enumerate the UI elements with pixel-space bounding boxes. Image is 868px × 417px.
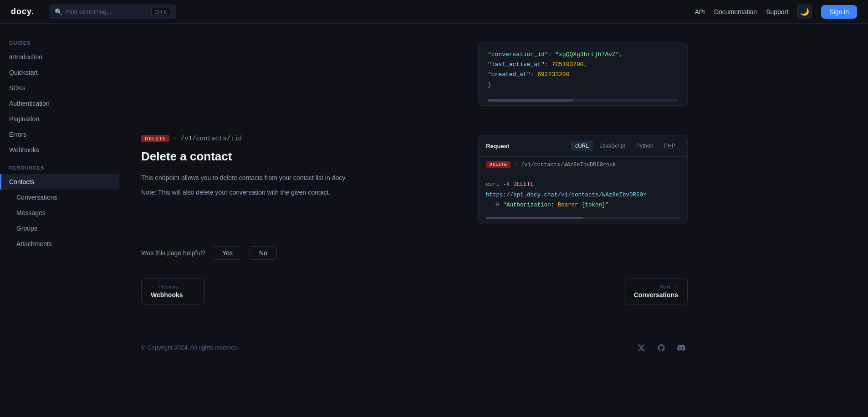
top-code-scrollbar[interactable] [488, 99, 678, 102]
helpful-no-button[interactable]: No [250, 246, 277, 260]
top-code-scrollable: "conversation_id": "xgQQXg3hrtjh7AvZ", "… [479, 42, 687, 97]
tab-python[interactable]: Python [632, 141, 658, 151]
code-line-3: "created_at": 692233200 [488, 70, 678, 80]
request-url-badge: DELETE [486, 161, 511, 168]
previous-button[interactable]: ← ← Previous Previous Webhooks [141, 278, 205, 304]
page-description-2: Note: This will also delete your convers… [141, 187, 460, 198]
theme-toggle-button[interactable]: 🌙 [797, 5, 812, 19]
topnav-right: API Documentation Support 🌙 Sign in [694, 5, 857, 19]
request-panel-header: Request cURL JavaScript Python PHP [479, 135, 687, 157]
delete-badge: DELETE [141, 135, 169, 142]
helpful-section: Was this page helpful? Yes No [141, 246, 846, 260]
discord-icon[interactable] [675, 341, 688, 354]
top-code-scrollthumb [488, 99, 573, 102]
sidebar-item-attachments[interactable]: Attachments [0, 236, 119, 252]
resources-section-label: Resources [0, 158, 119, 174]
sidebar: Guides Introduction Quickstart SDKs Auth… [0, 24, 119, 417]
code-line-1: "conversation_id": "xgQQXg3hrtjh7AvZ", [488, 50, 678, 60]
footer-copyright: © Copyright 2024. All rights reserved. [141, 344, 240, 351]
page-left: DELETE · /v1/contacts/:id Delete a conta… [141, 135, 460, 224]
sidebar-item-groups[interactable]: Groups [0, 221, 119, 236]
logo[interactable]: docy. [11, 7, 34, 16]
arrow-right-icon: → [673, 284, 678, 289]
previous-label: ← ← Previous Previous [151, 284, 178, 289]
nav-documentation[interactable]: Documentation [714, 8, 757, 15]
endpoint-row: DELETE · /v1/contacts/:id [141, 135, 460, 142]
page-title: Delete a contact [141, 149, 460, 164]
top-spacer [141, 42, 460, 120]
main-content: "conversation_id": "xgQQXg3hrtjh7AvZ", "… [119, 24, 868, 381]
next-page-title: Conversations [634, 291, 678, 299]
twitter-icon[interactable] [635, 341, 648, 354]
request-code-scrollbar[interactable] [486, 217, 680, 219]
nav-support[interactable]: Support [766, 8, 788, 15]
footer-icons [635, 341, 688, 354]
nav-buttons: ← ← Previous Previous Webhooks Next → Co… [141, 278, 688, 304]
footer: © Copyright 2024. All rights reserved. [141, 330, 688, 354]
request-url-path: · /v1/contacts/WAz8eIbvDR60rouk [514, 162, 616, 168]
top-navigation: docy. 🔍 Find something... Ctrl K API Doc… [0, 0, 868, 24]
page-description-1: This endpoint allows you to delete conta… [141, 173, 460, 184]
top-code-grid: "conversation_id": "xgQQXg3hrtjh7AvZ", "… [141, 42, 688, 120]
lang-tabs: cURL JavaScript Python PHP [571, 141, 680, 151]
code-curl-line-2: -H "Authorization: Bearer {token}" [486, 200, 680, 211]
layout: Guides Introduction Quickstart SDKs Auth… [0, 24, 868, 381]
request-url-row: DELETE · /v1/contacts/WAz8eIbvDR60rouk [479, 157, 687, 173]
sidebar-item-contacts[interactable]: Contacts [0, 174, 119, 190]
github-icon[interactable] [655, 341, 668, 354]
tab-php[interactable]: PHP [659, 141, 680, 151]
helpful-yes-button[interactable]: Yes [213, 246, 242, 260]
sidebar-item-messages[interactable]: Messages [0, 205, 119, 221]
top-code-panel: "conversation_id": "xgQQXg3hrtjh7AvZ", "… [478, 42, 688, 106]
previous-page-title: Webhooks [151, 291, 183, 299]
next-label: Next → [660, 284, 678, 289]
search-icon: 🔍 [55, 8, 62, 15]
request-code-body: curl -X DELETE https://api.docy.chat/v1/… [479, 173, 687, 217]
request-label: Request [486, 143, 509, 149]
sidebar-item-pagination[interactable]: Pagination [0, 111, 119, 127]
guides-section-label: Guides [0, 33, 119, 49]
sidebar-item-webhooks[interactable]: Webhooks [0, 142, 119, 158]
next-button[interactable]: Next → Conversations [624, 278, 688, 304]
content-grid: DELETE · /v1/contacts/:id Delete a conta… [141, 135, 688, 224]
sign-in-button[interactable]: Sign in [821, 5, 857, 19]
sidebar-item-introduction[interactable]: Introduction [0, 49, 119, 65]
endpoint-path: · /v1/contacts/:id [173, 135, 242, 142]
request-code-scrollthumb [486, 217, 583, 219]
code-curl-line-1: curl -X DELETE https://api.docy.chat/v1/… [486, 180, 680, 200]
nav-api[interactable]: API [694, 8, 705, 15]
tab-javascript[interactable]: JavaScript [595, 141, 630, 151]
search-placeholder: Find something... [66, 8, 112, 15]
helpful-label: Was this page helpful? [141, 249, 205, 257]
search-shortcut: Ctrl K [151, 8, 170, 16]
code-line-4: } [488, 80, 678, 90]
sidebar-item-errors[interactable]: Errors [0, 127, 119, 142]
request-panel: Request cURL JavaScript Python PHP DELET… [478, 135, 688, 224]
sidebar-item-conversations[interactable]: Conversations [0, 190, 119, 205]
code-line-2: "last_active_at": 705103200, [488, 60, 678, 70]
sidebar-item-sdks[interactable]: SDKs [0, 80, 119, 96]
sidebar-item-quickstart[interactable]: Quickstart [0, 65, 119, 80]
search-bar[interactable]: 🔍 Find something... Ctrl K [49, 5, 176, 19]
topnav-left: docy. 🔍 Find something... Ctrl K [11, 5, 176, 19]
sidebar-item-authentication[interactable]: Authentication [0, 96, 119, 111]
tab-curl[interactable]: cURL [571, 141, 593, 151]
arrow-left-icon: ← [151, 284, 156, 289]
